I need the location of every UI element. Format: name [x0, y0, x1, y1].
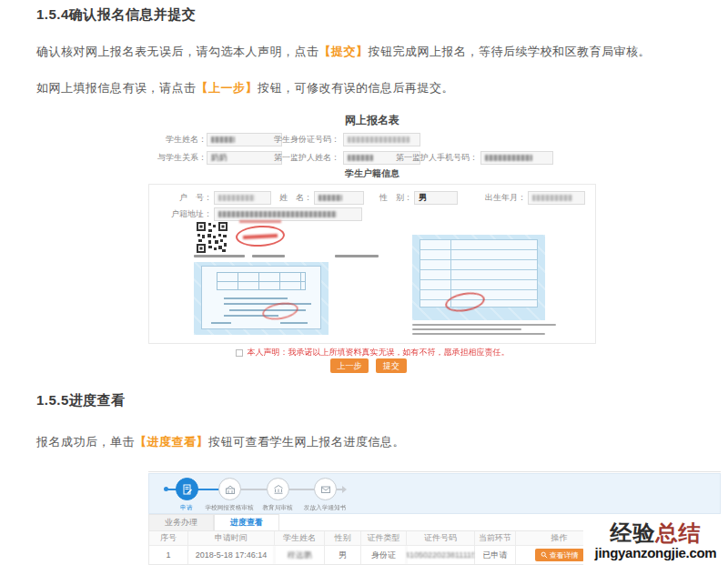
redacted-value [348, 136, 410, 143]
step-apply-circle [176, 478, 198, 500]
guardian-phone-field[interactable] [480, 151, 553, 165]
watermark-red-text: 总结 [656, 520, 702, 545]
cell-index: 1 [149, 546, 187, 564]
view-detail-button[interactable]: 查看详情 [535, 549, 584, 561]
student-id-label: 学生身份证号码： [274, 134, 339, 146]
hukou-name-field[interactable] [314, 191, 364, 205]
guardian-phone-label: 第一监护人手机号码： [396, 152, 478, 164]
hukou-name-label: 姓 名： [279, 192, 312, 204]
cell-id-type: 身份证 [360, 546, 406, 564]
redacted-value [348, 155, 373, 161]
paragraph-progress: 报名成功后，单击【进度查看】按钮可查看学生网上报名进度信息。 [36, 434, 710, 450]
paragraph-text: 报名成功后，单击 [36, 435, 135, 449]
caption-text [252, 255, 285, 257]
address-field[interactable] [214, 207, 362, 221]
household-register-scan [194, 262, 329, 335]
step-label-admission-notice: 发放入学通知书 [286, 503, 364, 512]
paragraph-text: 如网上填报信息有误，请点击 [36, 81, 197, 95]
tab-business-handling[interactable]: 业务办理 [148, 514, 214, 530]
relation-label: 与学生关系： [157, 152, 207, 164]
caption-text [335, 255, 379, 257]
submit-highlight: 【提交】 [319, 45, 369, 58]
flow-end-arrow [342, 486, 347, 493]
declaration-text: 本人声明：我承诺以上所填资料真实无误，如有不符，愿承担相应责任。 [248, 347, 510, 358]
redacted-value [218, 195, 255, 201]
school-building-icon [225, 484, 236, 495]
admission-letter-icon [320, 484, 331, 495]
cell-gender: 男 [324, 546, 360, 564]
step-school-circle [218, 478, 241, 500]
tab-progress-view[interactable]: 进度查看 [214, 514, 279, 530]
declaration-checkbox[interactable] [236, 349, 243, 357]
paragraph-submit: 确认核对网上报名表无误后，请勾选本人声明，点击【提交】按钮完成网上报名，等待后续… [36, 44, 710, 60]
magnifier-icon [541, 551, 548, 559]
birth-label: 出生年月： [485, 192, 526, 204]
watermark-url: jingyanzongjie.com [595, 545, 717, 561]
gender-value: 男 [419, 192, 427, 204]
student-name-field[interactable] [207, 133, 282, 146]
progress-view-highlight: 【进度查看】 [135, 435, 208, 449]
redacted-value [218, 211, 337, 217]
redacted-value [485, 155, 532, 161]
col-gender: 性别 [324, 531, 360, 545]
cell-student-name: 程远鹏 [274, 546, 324, 564]
section-heading-154: 1.5.4确认报名信息并提交 [36, 6, 196, 24]
tutorial-page: 1.5.4确认报名信息并提交 确认核对网上报名表无误后，请勾选本人声明，点击【提… [0, 0, 728, 575]
hukou-no-label: 户 号： [179, 192, 212, 204]
form-title: 网上报名表 [148, 113, 596, 128]
watermark: 经验总结 jingyanzongjie.com [583, 515, 728, 575]
caption-text [194, 255, 245, 257]
registration-form-screenshot: 网上报名表 学生姓名： 学生身份证号码： 与学生关系： 奶奶 第一监护人姓名： … [148, 109, 596, 382]
paragraph-text: 按钮完成网上报名，等待后续学校和区教育局审核。 [369, 45, 652, 58]
gender-field[interactable]: 男 [414, 191, 458, 205]
view-detail-label: 查看详情 [550, 550, 579, 560]
prev-step-highlight: 【上一步】 [197, 81, 258, 95]
tab-bar: 业务办理 进度查看 [148, 514, 279, 530]
birth-field[interactable] [528, 191, 585, 205]
col-student-name: 学生姓名 [274, 531, 324, 545]
col-index: 序号 [149, 531, 187, 545]
col-apply-time: 申请时间 [187, 531, 274, 545]
relation-field[interactable]: 奶奶 [207, 151, 282, 165]
redacted-value [532, 195, 572, 201]
step-notice-circle [314, 478, 337, 500]
screenshot-top-strip [148, 462, 721, 472]
cell-id-number: 4105022023811115 [406, 546, 474, 564]
household-section-title: 学生户籍信息 [148, 167, 596, 180]
paragraph-text: 按钮可查看学生网上报名进度信息。 [208, 435, 405, 449]
section-heading-155: 1.5.5进度查看 [36, 392, 126, 409]
relation-value: 奶奶 [211, 152, 228, 164]
redacted-value [211, 136, 235, 143]
col-id-type: 证件类型 [360, 531, 406, 545]
address-label: 户籍地址： [171, 208, 212, 220]
scan-table [217, 272, 306, 290]
paragraph-text: 按钮，可修改有误的信息后再提交。 [258, 81, 454, 95]
cell-apply-time: 2018-5-18 17:46:14 [187, 546, 274, 564]
gender-label: 性 别： [379, 192, 412, 204]
scan-footnote [412, 324, 558, 338]
student-id-field[interactable] [343, 133, 420, 146]
paragraph-text: 确认核对网上报名表无误后，请勾选本人声明，点击 [36, 45, 319, 58]
qr-code [196, 221, 228, 254]
prev-step-button[interactable]: 上一步 [330, 358, 369, 373]
paragraph-prev-step: 如网上填报信息有误，请点击【上一步】按钮，可修改有误的信息后再提交。 [36, 80, 710, 96]
stamp-text [239, 220, 281, 223]
declaration-row: 本人声明：我承诺以上所填资料真实无误，如有不符，愿承担相应责任。 [148, 347, 596, 358]
submit-button[interactable]: 提交 [376, 358, 407, 373]
step-bureau-circle [267, 478, 289, 500]
cell-current-stage: 已申请 [474, 546, 515, 564]
redacted-value [318, 195, 342, 201]
guardian-name-label: 第一监护人姓名： [274, 152, 339, 164]
application-doc-icon [182, 484, 193, 495]
col-current-stage: 当前环节 [474, 531, 515, 545]
watermark-black-text: 经验 [611, 520, 656, 545]
student-name-label: 学生姓名： [166, 134, 207, 146]
hukou-page-scan [412, 235, 545, 320]
col-id-number: 证件号码 [406, 531, 474, 545]
government-bank-icon [273, 484, 284, 495]
watermark-title: 经验总结 [611, 522, 702, 544]
